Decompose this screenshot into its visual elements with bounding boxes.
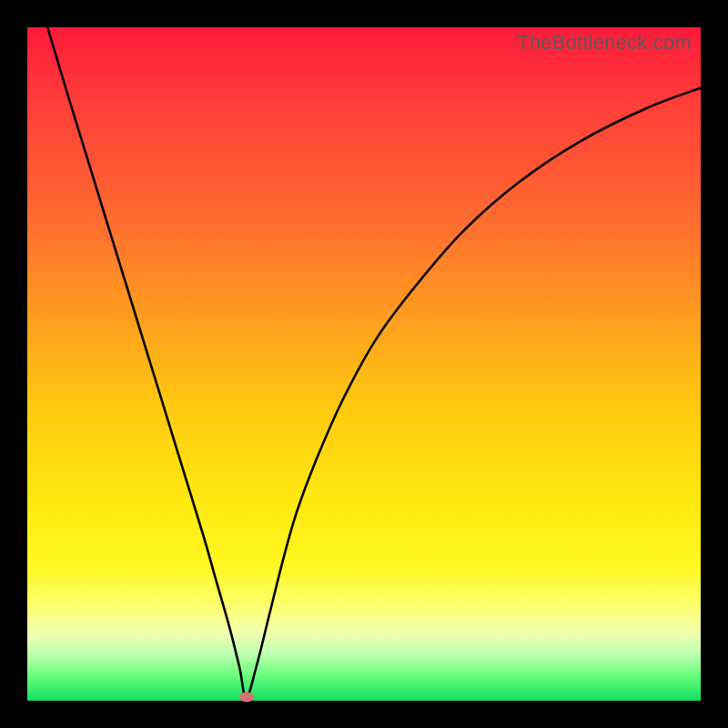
bottleneck-curve	[27, 27, 701, 701]
plot-area: TheBottleneck.com	[27, 27, 701, 701]
minimum-marker	[239, 693, 254, 703]
chart-frame: TheBottleneck.com	[0, 0, 728, 728]
